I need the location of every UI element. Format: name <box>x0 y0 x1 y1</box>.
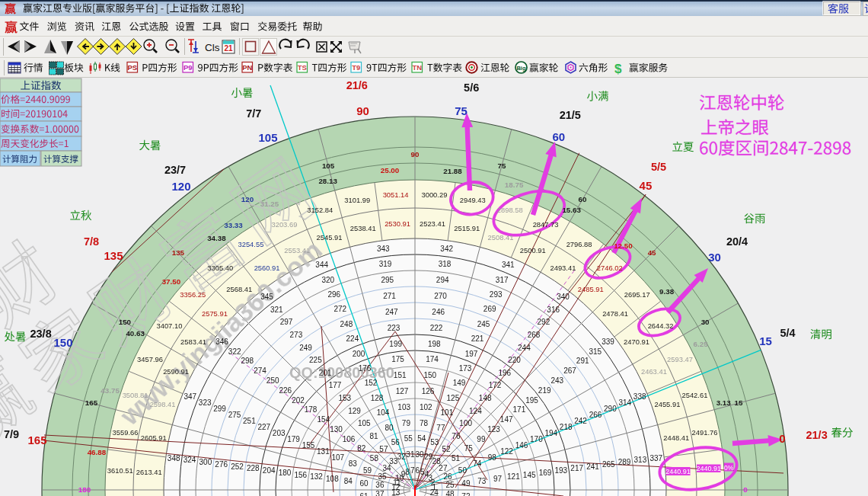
svg-text:3.13: 3.13 <box>716 398 732 407</box>
svg-text:0%: 0% <box>724 464 734 472</box>
svg-text:2523.41: 2523.41 <box>420 219 445 228</box>
svg-text:194: 194 <box>544 429 557 437</box>
svg-text:145: 145 <box>523 471 536 479</box>
svg-text:37.50: 37.50 <box>162 277 181 286</box>
svg-text:Cls: Cls <box>205 42 220 53</box>
svg-text:130: 130 <box>330 425 343 434</box>
svg-text:126: 126 <box>422 387 435 395</box>
svg-text:299: 299 <box>213 405 226 413</box>
svg-text:228: 228 <box>247 464 260 472</box>
svg-text:2485.91: 2485.91 <box>578 285 604 293</box>
svg-text:203: 203 <box>273 429 286 437</box>
svg-text:344: 344 <box>315 261 328 269</box>
svg-text:127: 127 <box>396 387 409 395</box>
svg-text:34: 34 <box>383 464 392 472</box>
svg-text:7/9: 7/9 <box>4 428 19 440</box>
svg-text:21/6: 21/6 <box>346 79 368 91</box>
svg-text:202: 202 <box>292 396 305 405</box>
svg-text:2949.43: 2949.43 <box>460 196 486 204</box>
svg-text:2538.41: 2538.41 <box>350 224 376 232</box>
svg-text:104: 104 <box>377 408 390 417</box>
svg-text:296: 296 <box>327 290 340 299</box>
svg-text:3610.51: 3610.51 <box>107 466 133 475</box>
svg-text:3356.25: 3356.25 <box>180 290 206 299</box>
svg-text:195: 195 <box>525 396 538 405</box>
svg-text:21/3: 21/3 <box>806 429 827 441</box>
svg-text:57: 57 <box>379 445 388 453</box>
svg-text:2593.47: 2593.47 <box>667 355 693 363</box>
svg-text:313: 313 <box>634 456 647 464</box>
svg-text:75: 75 <box>497 162 506 170</box>
svg-text:PN: PN <box>242 63 252 72</box>
svg-text:340: 340 <box>557 293 570 301</box>
svg-text:169: 169 <box>539 469 552 477</box>
svg-text:106: 106 <box>343 435 356 443</box>
svg-text:52: 52 <box>442 445 452 453</box>
svg-text:37: 37 <box>375 490 385 496</box>
svg-text:84: 84 <box>344 477 353 485</box>
svg-text:197: 197 <box>465 350 478 358</box>
svg-text:61: 61 <box>360 492 369 496</box>
svg-text:347: 347 <box>183 392 196 401</box>
svg-text:72: 72 <box>461 492 471 496</box>
svg-text:102: 102 <box>420 403 432 411</box>
svg-text:123: 123 <box>487 425 500 434</box>
svg-text:34.38: 34.38 <box>207 234 226 242</box>
svg-text:178: 178 <box>305 405 318 414</box>
svg-text:180: 180 <box>78 485 91 494</box>
svg-text:T9: T9 <box>352 63 360 72</box>
svg-text:337: 337 <box>649 454 662 462</box>
svg-text:21.88: 21.88 <box>443 167 462 175</box>
svg-text:180: 180 <box>279 469 292 477</box>
svg-text:198: 198 <box>428 340 441 348</box>
svg-text:8: 8 <box>405 468 410 476</box>
svg-text:TN: TN <box>412 63 422 72</box>
svg-text:147: 147 <box>500 415 513 424</box>
svg-text:18.75: 18.75 <box>505 181 524 189</box>
svg-text:50: 50 <box>458 466 468 475</box>
svg-text:2575.91: 2575.91 <box>202 309 228 318</box>
svg-text:3152.84: 3152.84 <box>307 206 333 214</box>
svg-text:204: 204 <box>263 466 276 475</box>
svg-text:51: 51 <box>452 454 461 462</box>
svg-text:2847.73: 2847.73 <box>533 220 559 229</box>
svg-text:135: 135 <box>104 249 123 262</box>
svg-text:2695.17: 2695.17 <box>624 290 650 299</box>
svg-text:28: 28 <box>432 457 442 466</box>
svg-text:3: 3 <box>428 474 432 482</box>
svg-text:79: 79 <box>402 419 411 427</box>
svg-text:PS: PS <box>127 63 137 72</box>
svg-text:32: 32 <box>397 453 407 461</box>
svg-text:346: 346 <box>215 338 228 346</box>
svg-text:105: 105 <box>322 162 335 170</box>
svg-text:132: 132 <box>310 472 323 481</box>
svg-text:31: 31 <box>406 450 415 459</box>
svg-text:Big: Big <box>516 65 526 72</box>
svg-text:318: 318 <box>439 260 452 268</box>
svg-text:7/7: 7/7 <box>246 107 261 120</box>
svg-text:23/8: 23/8 <box>30 328 51 340</box>
svg-text:59: 59 <box>363 466 372 475</box>
svg-text:196: 196 <box>498 369 511 377</box>
svg-text:148: 148 <box>479 394 492 402</box>
svg-text:0: 0 <box>743 485 748 494</box>
svg-text:2440.91: 2440.91 <box>696 465 721 472</box>
svg-text:2508.41: 2508.41 <box>488 233 514 242</box>
svg-text:15: 15 <box>735 398 743 407</box>
svg-text:15: 15 <box>759 334 772 347</box>
svg-text:81: 81 <box>370 432 379 440</box>
svg-text:3559.66: 3559.66 <box>113 428 139 437</box>
svg-text:271: 271 <box>383 292 396 300</box>
svg-text:319: 319 <box>379 260 392 268</box>
svg-text:251: 251 <box>243 417 256 425</box>
svg-text:317: 317 <box>496 276 509 284</box>
svg-text:2463.41: 2463.41 <box>641 367 667 376</box>
svg-text:2590.91: 2590.91 <box>163 367 189 376</box>
svg-text:90: 90 <box>356 104 369 117</box>
svg-text:135: 135 <box>172 248 185 257</box>
svg-text:21: 21 <box>224 44 233 53</box>
svg-text:293: 293 <box>490 290 503 299</box>
svg-text:3051.14: 3051.14 <box>383 190 409 199</box>
svg-text:348: 348 <box>168 454 180 462</box>
svg-text:156: 156 <box>294 471 307 479</box>
